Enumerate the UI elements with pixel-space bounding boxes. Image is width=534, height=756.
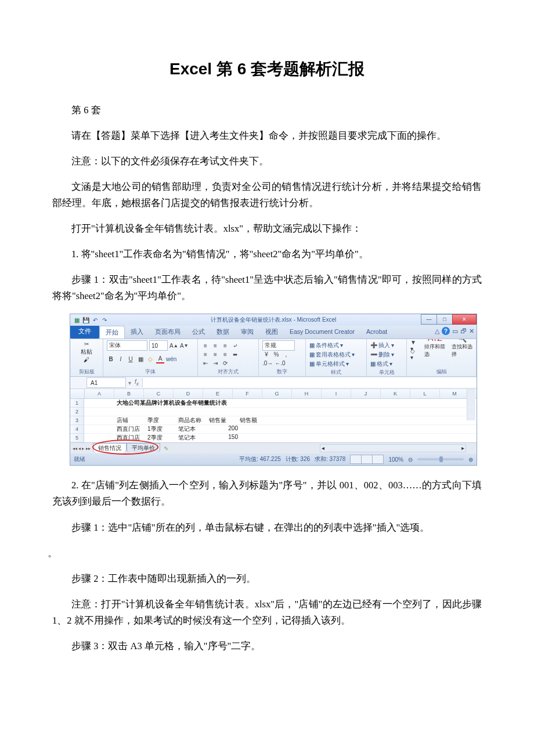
horizontal-scrollbar[interactable]: ◂ ▸ [320,444,466,452]
save-icon[interactable]: 💾 [82,316,90,324]
row-header[interactable]: 2 [70,408,84,416]
cell[interactable]: 150 [207,434,241,442]
window-minimize-icon[interactable]: ▭ [452,327,458,335]
new-sheet-icon[interactable]: ✎ [160,445,172,452]
cell[interactable]: 商品名称 [176,416,207,424]
align-top-icon[interactable]: ≡ [201,341,210,350]
col-header[interactable]: M [440,389,470,398]
formula-input[interactable] [142,378,477,387]
cell-styles-button[interactable]: ▦单元格样式 ▾ [309,359,363,368]
tab-file[interactable]: 文件 [70,326,99,339]
help-icon[interactable]: ? [442,327,450,335]
page-break-view-icon[interactable] [373,455,383,463]
increase-font-icon[interactable]: A▲ [169,341,178,350]
page-layout-view-icon[interactable] [362,455,373,463]
bold-button[interactable]: B [107,355,115,363]
format-cells-button[interactable]: ▦格式 ▾ [370,359,403,368]
wrap-text-icon[interactable]: ⤶ [231,341,239,350]
zoom-slider[interactable] [417,458,464,460]
italic-button[interactable]: I [117,355,125,363]
row-header[interactable]: 3 [70,416,84,425]
conditional-format-button[interactable]: ▦条件格式 ▾ [309,341,363,350]
merge-center-icon[interactable]: ⬌ [231,350,239,358]
window-restore-icon[interactable]: 🗗 [460,327,467,334]
font-name-select[interactable]: 宋体 [107,340,147,351]
cell[interactable]: 1季度 [146,425,176,433]
col-header[interactable]: D [174,389,203,398]
cell[interactable]: 2季度 [146,434,176,442]
col-header[interactable]: E [203,389,233,398]
col-header[interactable]: I [322,389,351,398]
increase-indent-icon[interactable]: ⇥ [211,359,219,368]
cell[interactable]: 店铺 [115,416,146,424]
currency-icon[interactable]: ¥ [262,351,270,359]
font-color-icon[interactable]: A [156,354,164,363]
cell[interactable]: 销售额 [238,416,269,424]
tab-layout[interactable]: 页面布局 [149,326,186,339]
comma-icon[interactable]: , [282,351,290,359]
col-header[interactable]: K [381,389,410,398]
underline-button[interactable]: U [127,355,135,363]
phonetic-icon[interactable]: wén [166,355,176,363]
cut-icon[interactable]: ✂ [84,341,89,347]
align-left-icon[interactable]: ≡ [201,350,210,358]
clear-icon[interactable]: ◇ ▾ [410,350,418,358]
name-box[interactable]: A1 [86,377,126,388]
insert-cells-button[interactable]: ➕插入 ▾ [370,341,403,350]
align-bottom-icon[interactable]: ≡ [221,341,229,350]
maximize-button[interactable]: □ [436,314,453,325]
undo-icon[interactable]: ↶ [91,316,99,324]
col-header[interactable]: H [292,389,322,398]
increase-decimal-icon[interactable]: .0→ [262,359,273,368]
table-format-button[interactable]: ▦套用表格格式 ▾ [309,350,363,359]
cell[interactable]: 笔记本 [176,425,207,433]
sheet-tab-1[interactable]: 销售情况 [93,443,127,453]
cell[interactable]: 季度 [146,416,176,424]
cell[interactable]: 200 [207,425,241,433]
tab-acrobat[interactable]: Acrobat [360,326,393,339]
zoom-in-icon[interactable]: ⊕ [468,456,473,463]
zoom-out-icon[interactable]: ⊖ [408,456,413,463]
percent-icon[interactable]: % [272,351,280,359]
col-header[interactable]: J [351,389,381,398]
delete-cells-button[interactable]: ➖删除 ▾ [370,350,403,359]
tab-view[interactable]: 视图 [259,326,284,339]
normal-view-icon[interactable] [351,455,362,463]
number-format-select[interactable]: 常规 [262,340,295,351]
col-header[interactable]: G [262,389,292,398]
tab-review[interactable]: 审阅 [235,326,259,339]
col-header[interactable]: F [233,389,262,398]
decrease-decimal-icon[interactable]: ←.0 [275,359,285,368]
align-middle-icon[interactable]: ≡ [211,341,219,350]
row-header[interactable]: 1 [70,399,84,408]
window-close-icon[interactable]: ✕ [469,327,474,335]
tab-insert[interactable]: 插入 [125,326,149,339]
sheet-nav-buttons[interactable]: ◂◂ ◂ ▸ ▸▸ [70,446,93,451]
minimize-ribbon-icon[interactable]: △ [435,327,439,335]
col-header[interactable]: C [144,389,174,398]
tab-formulas[interactable]: 公式 [186,326,211,339]
close-button[interactable]: ✕ [452,314,477,325]
align-center-icon[interactable]: ≡ [211,350,219,358]
cell[interactable]: 大地公司某品牌计算机设备全年销量统计表 [115,399,221,407]
tab-home[interactable]: 开始 [99,326,125,339]
col-header[interactable]: A [85,389,114,398]
tab-data[interactable]: 数据 [211,326,235,339]
select-all-corner[interactable] [70,389,85,398]
minimize-button[interactable]: — [421,314,437,325]
row-header[interactable]: 4 [70,425,84,434]
border-icon[interactable]: ▦ [136,355,145,363]
redo-icon[interactable]: ↷ [100,316,109,324]
font-size-select[interactable]: 10 [149,340,168,351]
decrease-indent-icon[interactable]: ⇤ [201,359,210,368]
tab-edc[interactable]: Easy Document Creator [284,326,360,339]
view-buttons[interactable] [350,455,384,464]
cells-area[interactable]: 大地公司某品牌计算机设备全年销量统计表 店铺 季度 商品名称 销售量 销售额 西… [84,399,477,442]
paste-button[interactable]: 粘贴 [81,348,92,356]
sheet-tab-2[interactable]: 平均单价 [127,443,160,453]
col-header[interactable]: L [410,389,440,398]
fill-color-icon[interactable]: ◇ [146,355,154,363]
cell[interactable]: 销售量 [207,416,238,424]
format-painter-icon[interactable]: 🖌 [84,357,89,363]
align-right-icon[interactable]: ≡ [221,350,229,358]
